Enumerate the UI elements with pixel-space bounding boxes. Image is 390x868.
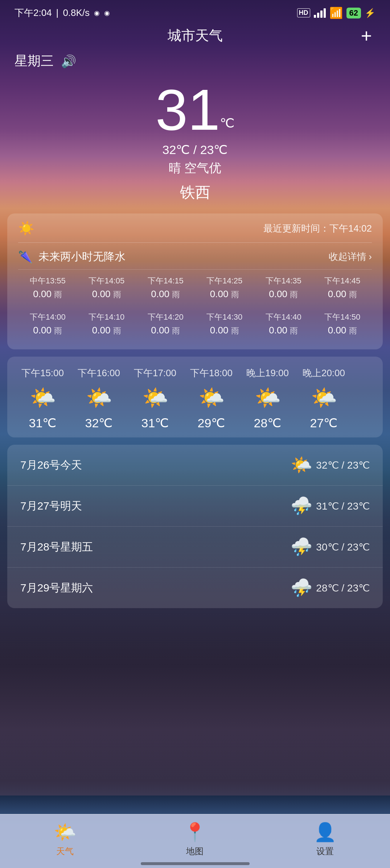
rain-cell-time: 下午14:05 [77,275,136,286]
hourly-weather-icon: 🌤️ [127,385,183,410]
daily-temp-range: 31℃ / 23℃ [316,500,370,512]
daily-forecast-row: 7月26号今天 🌤️ 32℃ / 23℃ [7,445,383,486]
rain-header-left: 🌂 未来两小时无降水 [18,249,126,264]
daily-temp-range: 32℃ / 23℃ [316,459,370,471]
collapse-label: 收起详情 [329,250,366,263]
rain-cell: 下午14:50 0.00 雨 [313,312,372,336]
update-time: 最近更新时间：下午14:02 [263,222,372,235]
rain-cell-time: 中午13:55 [18,275,77,286]
rain-cell-amount: 0.00 雨 [136,325,195,336]
chevron-right-icon: › [369,251,372,262]
rain-cell-time: 下午14:00 [18,312,77,323]
hourly-temp: 31℃ [127,416,183,430]
nav-item-天气[interactable]: 🌤️ 天气 [54,822,76,857]
rain-cell-amount: 0.00 雨 [313,288,372,300]
daily-date: 7月26号今天 [20,458,287,473]
info-panel: ☀️ 最近更新时间：下午14:02 🌂 未来两小时无降水 收起详情 › 中午13… [7,213,383,349]
rain-cell-time: 下午14:30 [195,312,254,323]
nav-icon: 📍 [184,822,206,843]
rain-cell: 下午14:00 0.00 雨 [18,312,77,336]
add-city-button[interactable]: + [361,26,372,45]
hourly-weather-icon: 🌤️ [183,385,239,410]
hourly-time: 下午18:00 [183,367,239,379]
battery-badge: 62 [346,8,361,18]
hourly-item: 晚上19:00 🌤️ 28℃ [239,367,296,430]
rain-cell-time: 下午14:10 [77,312,136,323]
rain-cell-type: 雨 [290,290,298,299]
hourly-item: 下午17:00 🌤️ 31℃ [127,367,183,430]
nav-item-设置[interactable]: 👤 设置 [314,822,336,857]
hourly-section: 下午15:00 🌤️ 31℃ 下午16:00 🌤️ 32℃ 下午17:00 🌤️… [7,357,383,437]
hd-badge: HD [297,8,310,17]
rain-grid-1: 中午13:55 0.00 雨 下午14:05 0.00 雨 下午14:15 0.… [18,270,372,306]
rain-cell: 下午14:40 0.00 雨 [254,312,313,336]
signal-dot2: ◉ [104,9,110,17]
rain-cell-type: 雨 [349,326,357,335]
hourly-scroll[interactable]: 下午15:00 🌤️ 31℃ 下午16:00 🌤️ 32℃ 下午17:00 🌤️… [7,367,383,430]
rain-cell-type: 雨 [290,326,298,335]
rain-grid-2: 下午14:00 0.00 雨 下午14:10 0.00 雨 下午14:20 0.… [18,306,372,342]
rain-cell-amount: 0.00 雨 [136,288,195,300]
rain-cell-amount: 0.00 雨 [77,288,136,300]
hourly-weather-icon: 🌤️ [71,385,127,410]
rain-cell-amount: 0.00 雨 [313,325,372,336]
rain-cell-amount: 0.00 雨 [77,325,136,336]
signal-dot1: ◉ [94,9,100,17]
rain-cell-type: 雨 [172,326,180,335]
rain-cell-time: 下午14:45 [313,275,372,286]
status-right: HD 📶 62 ⚡ [297,7,375,19]
speaker-icon[interactable]: 🔊 [61,54,76,68]
rain-cell-type: 雨 [113,290,121,299]
hourly-weather-icon: 🌤️ [239,385,296,410]
day-row: 星期三 🔊 [0,49,390,74]
rain-cell-type: 雨 [349,290,357,299]
nav-label: 天气 [56,846,74,857]
main-temp-section: 31℃ 32℃ / 23℃ 晴 空气优 铁西 [0,74,390,213]
temp-range: 32℃ / 23℃ [0,142,390,157]
city-name: 铁西 [0,182,390,210]
rain-cell-time: 下午14:50 [313,312,372,323]
rain-cell-amount: 0.00 雨 [254,325,313,336]
daily-temp-range: 30℃ / 23℃ [316,541,370,553]
signal-bar-1 [314,15,316,18]
rain-no-precip-label: 未来两小时无降水 [38,249,126,264]
nav-icon: 👤 [314,822,336,843]
rain-cell: 下午14:30 0.00 雨 [195,312,254,336]
status-time: 下午2:04 [15,7,52,19]
hourly-temp: 29℃ [183,416,239,430]
rain-cell-type: 雨 [231,290,239,299]
temperature-value: 31 [156,77,220,142]
hourly-item: 下午18:00 🌤️ 29℃ [183,367,239,430]
info-top-row: ☀️ 最近更新时间：下午14:02 [18,221,372,243]
hourly-time: 晚上19:00 [239,367,296,379]
rain-cell: 下午14:05 0.00 雨 [77,275,136,300]
day-of-week: 星期三 [15,52,54,70]
daily-date: 7月27号明天 [20,499,287,514]
rain-cell-time: 下午14:15 [136,275,195,286]
status-left: 下午2:04 | 0.8K/s ◉ ◉ [15,7,110,19]
nav-label: 设置 [316,846,334,857]
status-speed: 0.8K/s [63,7,90,18]
status-separator: | [56,7,59,18]
nav-item-地图[interactable]: 📍 地图 [184,822,206,857]
rain-cell-type: 雨 [231,326,239,335]
hourly-weather-icon: 🌤️ [296,385,352,410]
rain-cell: 下午14:25 0.00 雨 [195,275,254,300]
rain-cell: 下午14:10 0.00 雨 [77,312,136,336]
charging-icon: ⚡ [365,8,375,18]
daily-temp-range: 28℃ / 23℃ [316,582,370,594]
hourly-temp: 32℃ [71,416,127,430]
hourly-item: 下午16:00 🌤️ 32℃ [71,367,127,430]
daily-date: 7月29号星期六 [20,581,287,595]
bottom-nav: 🌤️ 天气 📍 地图 👤 设置 [0,814,390,868]
rain-cell-amount: 0.00 雨 [254,288,313,300]
daily-forecast-section: 7月26号今天 🌤️ 32℃ / 23℃ 7月27号明天 ⛈️ 31℃ / 23… [7,445,383,608]
hourly-time: 下午15:00 [15,367,71,379]
weather-description: 晴 空气优 [0,160,390,176]
daily-weather-icon: 🌤️ [287,455,316,475]
hourly-temp: 31℃ [15,416,71,430]
hourly-item: 下午15:00 🌤️ 31℃ [15,367,71,430]
page-title: 城市天气 [168,26,223,45]
collapse-button[interactable]: 收起详情 › [329,250,372,263]
daily-date: 7月28号星期五 [20,540,287,555]
